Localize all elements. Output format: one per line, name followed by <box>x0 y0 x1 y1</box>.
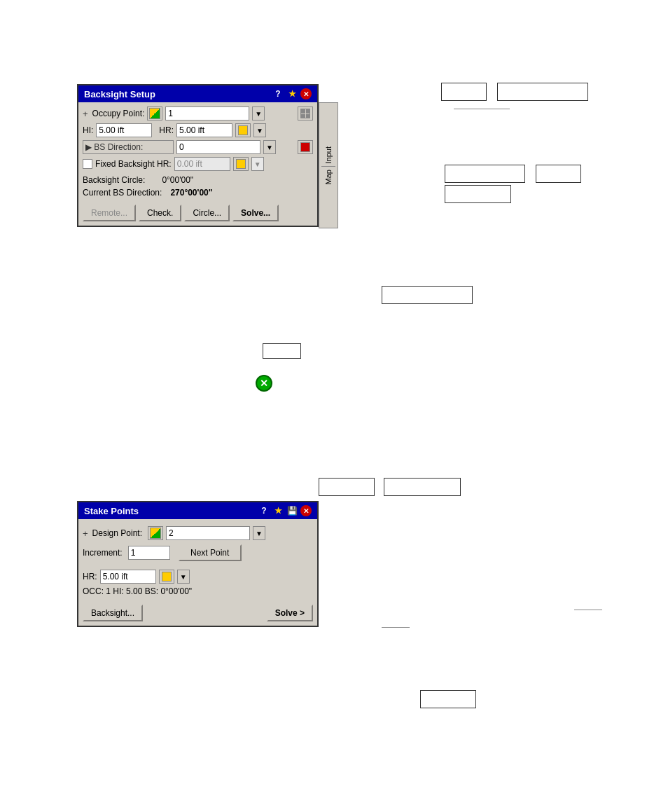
stake-body: + Design Point: ▼ Increment: Next Point … <box>78 519 317 626</box>
increment-label: Increment: <box>83 548 123 558</box>
input-tab[interactable]: Input <box>321 144 335 166</box>
backsight-setup-dialog[interactable]: Backsight Setup ? ★ ✕ Input Map + Occupy… <box>77 84 319 227</box>
increment-input[interactable] <box>128 546 170 560</box>
hr-input[interactable] <box>176 123 232 137</box>
bs-direction-icon[interactable] <box>298 140 313 154</box>
current-bs-label: Current BS Direction: <box>83 188 162 198</box>
stake-hr-icon[interactable] <box>159 570 174 584</box>
spacer <box>83 564 313 570</box>
grid-icon <box>300 109 310 118</box>
fixed-bs-checkbox[interactable] <box>83 159 92 169</box>
fixed-bs-icon[interactable] <box>233 157 249 171</box>
hi-hr-row: HI: HR: ▼ <box>83 123 313 137</box>
stake-help-icon[interactable]: ? <box>258 505 270 516</box>
fixed-bs-dropdown[interactable]: ▼ <box>251 157 264 171</box>
hi-label: HI: <box>83 125 93 135</box>
design-point-dropdown[interactable]: ▼ <box>253 526 265 540</box>
stake-save-icon[interactable]: 💾 <box>286 505 298 516</box>
check-button[interactable]: Check. <box>139 205 181 221</box>
next-point-button[interactable]: Next Point <box>179 544 242 561</box>
hr-label: HR: <box>159 125 174 135</box>
float-box-6 <box>382 286 473 304</box>
bs-circle-value: 0°00'00" <box>162 175 193 185</box>
remote-button[interactable]: Remote... <box>83 205 136 221</box>
backsight-buttons: Remote... Check. Circle... Solve... <box>83 202 313 221</box>
backsight-body: Input Map + Occupy Point: ▼ HI: HR <box>78 102 317 226</box>
help-icon[interactable]: ? <box>272 88 284 99</box>
occupy-point-extra-icon[interactable] <box>298 106 313 121</box>
stake-hr-label: HR: <box>83 572 97 582</box>
float-box-7 <box>263 343 301 359</box>
green-x-symbol: ✕ <box>260 378 268 389</box>
float-box-1 <box>441 83 487 101</box>
stake-title-bar: Stake Points ? ★ 💾 ✕ <box>78 502 317 519</box>
stake-hr-icon-img <box>162 572 172 582</box>
occ-info-row: OCC: 1 HI: 5.00 BS: 0°00'00" <box>83 586 313 596</box>
bs-circle-label: Backsight Circle: <box>83 175 145 185</box>
backsight-title-bar: Backsight Setup ? ★ ✕ <box>78 85 317 102</box>
bs-direction-dropdown[interactable]: ▼ <box>263 140 276 154</box>
stake-favorite-icon[interactable]: ★ <box>272 505 284 516</box>
stake-hr-row: HR: ▼ <box>83 570 313 584</box>
hr-icon-img <box>238 125 248 135</box>
occupy-point-icon[interactable] <box>147 106 162 121</box>
hr-icon[interactable] <box>235 123 251 137</box>
circle-button[interactable]: Circle... <box>184 205 230 221</box>
design-point-icon-img <box>150 528 161 539</box>
occ-info-text: OCC: 1 HI: 5.00 BS: 0°00'00" <box>83 586 192 596</box>
float-box-3 <box>445 165 525 183</box>
design-point-input[interactable] <box>166 526 250 540</box>
float-box-8 <box>319 478 375 496</box>
backsight-title-text: Backsight Setup <box>84 89 272 99</box>
bs-direction-label-btn[interactable] <box>83 140 174 154</box>
divider-3 <box>382 627 410 628</box>
stake-plus-icon: + <box>83 528 88 539</box>
point-icon-img <box>149 108 160 119</box>
favorite-icon[interactable]: ★ <box>286 88 298 99</box>
increment-row: Increment: Next Point <box>83 544 313 561</box>
current-bs-row: Current BS Direction: 270°00'00" <box>83 188 313 198</box>
stake-buttons: Backsight... Solve > <box>83 602 313 621</box>
fixed-bs-input[interactable] <box>174 157 230 171</box>
plus-icon: + <box>83 109 88 119</box>
current-bs-value: 270°00'00" <box>170 188 212 198</box>
bs-direction-icon-img <box>300 142 310 152</box>
design-point-label: Design Point: <box>92 528 142 538</box>
stake-points-dialog[interactable]: Stake Points ? ★ 💾 ✕ + Design Point: ▼ I… <box>77 501 319 627</box>
float-box-4 <box>536 165 581 183</box>
design-point-row: + Design Point: ▼ <box>83 526 313 540</box>
fixed-bs-label: Fixed Backsight HR: <box>95 159 172 169</box>
float-box-9 <box>384 478 461 496</box>
occupy-point-label: Occupy Point: <box>92 109 145 118</box>
bs-direction-row: ▼ <box>83 140 313 154</box>
map-tab[interactable]: Map <box>321 167 335 187</box>
occupy-point-row: + Occupy Point: ▼ <box>83 106 313 121</box>
design-point-icon[interactable] <box>148 526 163 540</box>
stake-close-icon[interactable]: ✕ <box>300 505 312 516</box>
float-box-10 <box>420 690 476 708</box>
stake-title-icons: ? ★ 💾 ✕ <box>258 505 312 516</box>
divider-1 <box>454 109 510 109</box>
occupy-point-dropdown[interactable]: ▼ <box>252 106 265 121</box>
occupy-point-input[interactable] <box>165 106 249 121</box>
green-x-icon[interactable]: ✕ <box>256 375 272 392</box>
float-box-5 <box>445 185 511 203</box>
backsight-button[interactable]: Backsight... <box>83 605 143 621</box>
bs-circle-row: Backsight Circle: 0°00'00" <box>83 175 313 185</box>
title-icons: ? ★ ✕ <box>272 88 312 99</box>
stake-solve-button[interactable]: Solve > <box>267 605 313 621</box>
stake-hr-dropdown[interactable]: ▼ <box>177 570 190 584</box>
fixed-bs-row: Fixed Backsight HR: ▼ <box>83 157 313 171</box>
divider-2 <box>574 610 602 610</box>
close-icon[interactable]: ✕ <box>300 88 312 99</box>
float-box-2 <box>497 83 588 101</box>
bs-direction-input[interactable] <box>176 140 260 154</box>
stake-hr-input[interactable] <box>100 570 156 584</box>
stake-title-text: Stake Points <box>84 506 258 516</box>
solve-button[interactable]: Solve... <box>232 205 279 221</box>
hi-input[interactable] <box>96 123 152 137</box>
fixed-bs-icon-img <box>236 159 246 169</box>
hr-dropdown[interactable]: ▼ <box>253 123 266 137</box>
